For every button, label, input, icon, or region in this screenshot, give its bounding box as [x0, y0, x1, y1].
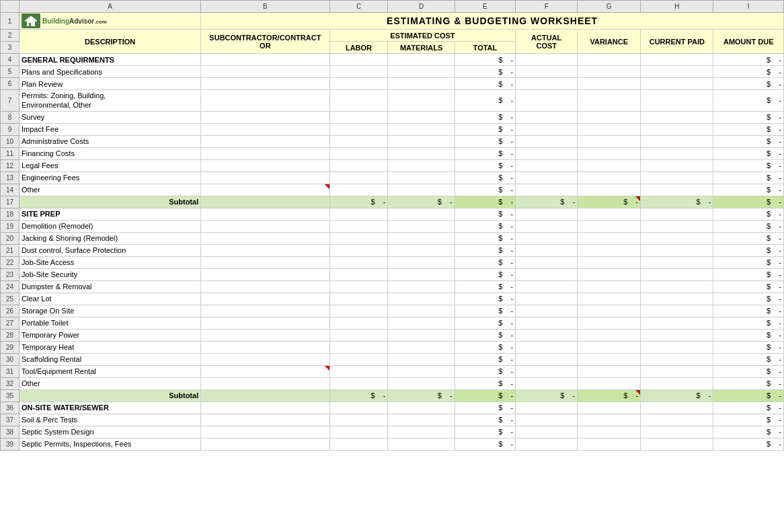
cell-23f	[516, 268, 578, 280]
data-row-19: 19 Demolition (Remodel) $ - $ -	[1, 220, 784, 232]
cell-4h	[641, 54, 713, 66]
cell-7i: $ -	[713, 90, 784, 112]
subtotal-35f: $ -	[516, 389, 578, 402]
cell-12d	[388, 159, 455, 172]
cell-14b	[201, 184, 329, 196]
cell-9a: Impact Fee	[19, 123, 201, 135]
cell-10b	[201, 135, 329, 147]
cell-22b	[201, 256, 329, 268]
cell-7a: Permits: Zoning, Building,Environmental,…	[19, 90, 201, 112]
cell-4c	[329, 54, 388, 66]
cell-7e: $ -	[455, 90, 516, 112]
cell-26f	[516, 305, 578, 317]
cell-10d	[388, 135, 455, 147]
cell-10e: $ -	[455, 135, 516, 147]
row-num-19: 19	[1, 220, 19, 232]
cell-30g	[578, 353, 641, 365]
cell-31b	[201, 365, 329, 377]
cell-28c	[329, 329, 388, 341]
cell-30h	[641, 353, 713, 365]
cell-22a: Job-Site Access	[19, 256, 201, 268]
section-label-watersewer: ON-SITE WATER/SEWER	[19, 402, 201, 414]
cell-25f	[516, 293, 578, 305]
col-header-c: C	[329, 1, 388, 13]
subtotal-35e: $ -	[455, 389, 516, 402]
cell-23d	[388, 268, 455, 280]
cell-37d	[388, 414, 455, 426]
cell-8g	[578, 111, 641, 123]
cell-24d	[388, 280, 455, 293]
cell-9h	[641, 123, 713, 135]
data-row-25: 25 Clear Lot $ - $ -	[1, 293, 784, 305]
data-row-8: 8 Survey $ - $ -	[1, 111, 784, 123]
col-header-f: F	[516, 1, 578, 13]
cell-7d	[388, 90, 455, 112]
cell-22d	[388, 256, 455, 268]
cell-8f	[516, 111, 578, 123]
cell-19d	[388, 220, 455, 232]
cell-12g	[578, 159, 641, 172]
cell-32a: Other	[19, 377, 201, 389]
subtotal-17g: $ -	[578, 196, 641, 208]
cell-18i: $ -	[713, 208, 784, 220]
cell-6b	[201, 78, 329, 90]
cell-12c	[329, 159, 388, 172]
cell-21f	[516, 244, 578, 256]
cell-12e: $ -	[455, 159, 516, 172]
cell-39g	[578, 438, 641, 450]
row-num-8: 8	[1, 111, 19, 123]
row-num-31: 31	[1, 365, 19, 377]
cell-24b	[201, 280, 329, 293]
cell-13f	[516, 172, 578, 184]
cell-28d	[388, 329, 455, 341]
cell-30e: $ -	[455, 353, 516, 365]
cell-20h	[641, 232, 713, 244]
cell-39c	[329, 438, 388, 450]
cell-39f	[516, 438, 578, 450]
cell-19b	[201, 220, 329, 232]
row-num-2: 2	[1, 30, 19, 42]
data-row-23: 23 Job-Site Security $ - $ -	[1, 268, 784, 280]
cell-27h	[641, 317, 713, 329]
cell-11e: $ -	[455, 147, 516, 159]
cell-23i: $ -	[713, 268, 784, 280]
cell-25i: $ -	[713, 293, 784, 305]
row-num-12: 12	[1, 159, 19, 172]
header-materials: MATERIALS	[388, 42, 455, 54]
row-num-14: 14	[1, 184, 19, 196]
cell-27g	[578, 317, 641, 329]
cell-6a: Plan Review	[19, 78, 201, 90]
row-num-7: 7	[1, 90, 19, 112]
cell-27c	[329, 317, 388, 329]
cell-24f	[516, 280, 578, 293]
cell-27d	[388, 317, 455, 329]
cell-13b	[201, 172, 329, 184]
logo-cell: BuildingAdvisor.com	[19, 13, 201, 30]
cell-8c	[329, 111, 388, 123]
subtotal-35c: $ -	[329, 389, 388, 402]
cell-9e: $ -	[455, 123, 516, 135]
cell-11h	[641, 147, 713, 159]
cell-21d	[388, 244, 455, 256]
cell-30b	[201, 353, 329, 365]
cell-29b	[201, 341, 329, 353]
subtotal-35h: $ -	[641, 389, 713, 402]
cell-37f	[516, 414, 578, 426]
cell-25h	[641, 293, 713, 305]
cell-13g	[578, 172, 641, 184]
cell-18e: $ -	[455, 208, 516, 220]
cell-26e: $ -	[455, 305, 516, 317]
cell-5h	[641, 66, 713, 78]
col-header-a: A	[19, 1, 201, 13]
row-num-4: 4	[1, 54, 19, 66]
cell-37e: $ -	[455, 414, 516, 426]
cell-26h	[641, 305, 713, 317]
cell-31h	[641, 365, 713, 377]
cell-25c	[329, 293, 388, 305]
row-num-1: 1	[1, 13, 19, 30]
data-row-6: 6 Plan Review $ - $ -	[1, 78, 784, 90]
cell-20a: Jacking & Shoring (Remodel)	[19, 232, 201, 244]
cell-6c	[329, 78, 388, 90]
cell-6g	[578, 78, 641, 90]
cell-11d	[388, 147, 455, 159]
